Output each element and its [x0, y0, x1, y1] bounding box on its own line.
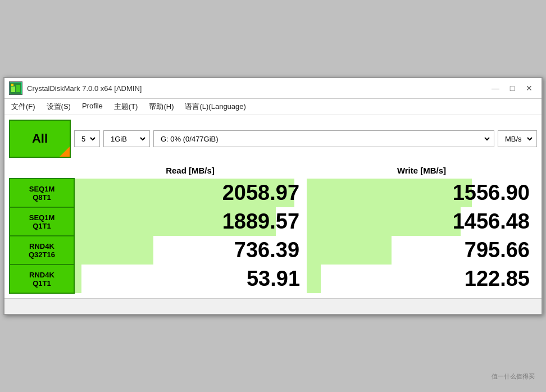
menu-bar: 文件(F) 设置(S) Profile 主题(T) 帮助(H) 语言(L)(La… [4, 99, 542, 115]
close-button[interactable]: ✕ [521, 82, 537, 94]
svg-rect-1 [11, 86, 15, 92]
write-header: Write [MB/s] [307, 162, 536, 179]
title-bar: CrystalDiskMark 7.0.0 x64 [ADMIN] — □ ✕ [4, 78, 542, 99]
table-header-row: Read [MB/s] Write [MB/s] [10, 162, 536, 179]
app-icon [9, 81, 22, 95]
svg-rect-2 [16, 85, 20, 92]
row-label: SEQ1MQ8T1 [10, 179, 74, 207]
menu-language[interactable]: 语言(L)(Language) [180, 100, 250, 113]
size-select[interactable]: 1GiB 512MiB 256MiB 2GiB 4GiB 8GiB 16GiB … [106, 134, 147, 144]
title-controls: — □ ✕ [488, 82, 537, 94]
results-table: Read [MB/s] Write [MB/s] SEQ1MQ8T1 2058.… [9, 162, 537, 294]
write-value: 1556.90 [307, 179, 536, 207]
maximize-button[interactable]: □ [504, 82, 520, 94]
watermark: 值一什么值得买 [492, 372, 535, 381]
drive-selector[interactable]: G: 0% (0/477GiB) [153, 130, 494, 147]
window-title: CrystalDiskMark 7.0.0 x64 [ADMIN] [27, 84, 142, 93]
table-row: SEQ1MQ8T1 2058.97 1556.90 [10, 179, 536, 207]
read-header: Read [MB/s] [74, 162, 307, 179]
size-selector[interactable]: 1GiB 512MiB 256MiB 2GiB 4GiB 8GiB 16GiB … [103, 130, 150, 147]
count-selector[interactable]: 5 1 3 9 [74, 130, 100, 147]
menu-settings[interactable]: 设置(S) [42, 100, 75, 113]
title-bar-left: CrystalDiskMark 7.0.0 x64 [ADMIN] [9, 81, 142, 95]
write-value: 122.85 [307, 265, 536, 293]
table-row: RND4KQ1T1 53.91 122.85 [10, 265, 536, 293]
read-value: 736.39 [74, 236, 307, 265]
all-button[interactable]: All [9, 120, 71, 158]
menu-help[interactable]: 帮助(H) [144, 100, 178, 113]
application-window: CrystalDiskMark 7.0.0 x64 [ADMIN] — □ ✕ … [3, 77, 543, 315]
drive-select[interactable]: G: 0% (0/477GiB) [156, 134, 492, 144]
read-value: 2058.97 [74, 179, 307, 207]
table-row: SEQ1MQ1T1 1889.57 1456.48 [10, 207, 536, 236]
menu-profile[interactable]: Profile [78, 100, 107, 113]
unit-selector[interactable]: MB/s GB/s IOPS μs [498, 130, 537, 147]
toolbar: All 5 1 3 9 1GiB 512MiB 256MiB 2GiB 4GiB… [9, 120, 537, 158]
svg-rect-3 [11, 84, 13, 86]
menu-theme[interactable]: 主题(T) [110, 100, 143, 113]
unit-select[interactable]: MB/s GB/s IOPS μs [501, 134, 534, 144]
read-value: 1889.57 [74, 207, 307, 236]
content-area: All 5 1 3 9 1GiB 512MiB 256MiB 2GiB 4GiB… [4, 115, 542, 298]
label-header [10, 162, 74, 179]
row-label: RND4KQ32T16 [10, 236, 74, 265]
write-value: 795.66 [307, 236, 536, 265]
table-row: RND4KQ32T16 736.39 795.66 [10, 236, 536, 265]
menu-file[interactable]: 文件(F) [7, 100, 40, 113]
read-value: 53.91 [74, 265, 307, 293]
row-label: SEQ1MQ1T1 [10, 207, 74, 236]
row-label: RND4KQ1T1 [10, 265, 74, 293]
minimize-button[interactable]: — [488, 82, 503, 94]
count-select[interactable]: 5 1 3 9 [77, 134, 97, 144]
write-value: 1456.48 [307, 207, 536, 236]
status-bar [4, 298, 542, 314]
